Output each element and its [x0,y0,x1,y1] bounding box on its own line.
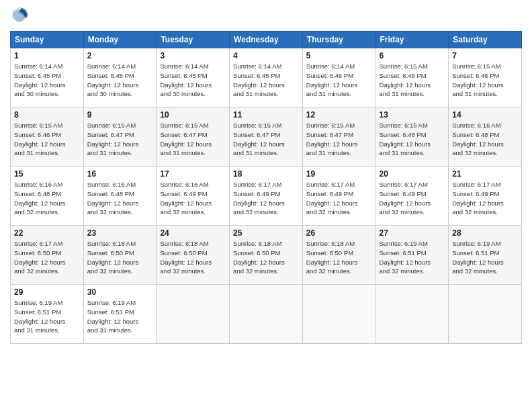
calendar-week-2: 8Sunrise: 6:15 AM Sunset: 6:46 PM Daylig… [11,107,522,167]
day-number: 8 [14,110,80,120]
calendar-cell: 20Sunrise: 6:17 AM Sunset: 6:49 PM Dayli… [375,167,449,226]
day-number: 13 [380,110,445,120]
calendar-week-3: 15Sunrise: 6:16 AM Sunset: 6:48 PM Dayli… [11,167,522,226]
day-info: Sunrise: 6:15 AM Sunset: 6:46 PM Dayligh… [380,62,445,99]
day-number: 20 [380,169,445,179]
calendar-cell: 8Sunrise: 6:15 AM Sunset: 6:46 PM Daylig… [11,107,84,167]
calendar-cell: 30Sunrise: 6:19 AM Sunset: 6:51 PM Dayli… [83,285,157,344]
calendar-cell [230,285,303,344]
day-info: Sunrise: 6:15 AM Sunset: 6:47 PM Dayligh… [160,121,226,158]
calendar-header-friday: Friday [375,32,449,48]
calendar-cell: 14Sunrise: 6:16 AM Sunset: 6:48 PM Dayli… [449,107,522,167]
calendar-header-sunday: Sunday [11,32,84,48]
day-info: Sunrise: 6:16 AM Sunset: 6:48 PM Dayligh… [452,121,518,158]
day-info: Sunrise: 6:16 AM Sunset: 6:48 PM Dayligh… [380,121,445,158]
day-number: 1 [14,51,80,60]
calendar-table: SundayMondayTuesdayWednesdayThursdayFrid… [10,31,522,344]
day-number: 23 [87,228,153,238]
calendar-cell: 5Sunrise: 6:14 AM Sunset: 6:46 PM Daylig… [302,48,375,107]
day-number: 9 [87,110,153,120]
calendar-cell: 19Sunrise: 6:17 AM Sunset: 6:49 PM Dayli… [302,167,375,226]
calendar-cell: 23Sunrise: 6:18 AM Sunset: 6:50 PM Dayli… [83,226,157,285]
day-info: Sunrise: 6:14 AM Sunset: 6:45 PM Dayligh… [87,62,153,99]
day-info: Sunrise: 6:15 AM Sunset: 6:47 PM Dayligh… [306,121,372,158]
calendar-cell: 10Sunrise: 6:15 AM Sunset: 6:47 PM Dayli… [157,107,230,167]
day-number: 29 [14,287,80,297]
day-number: 25 [233,228,299,238]
day-info: Sunrise: 6:17 AM Sunset: 6:49 PM Dayligh… [452,180,518,217]
calendar-header-row: SundayMondayTuesdayWednesdayThursdayFrid… [11,32,522,48]
calendar-cell: 7Sunrise: 6:15 AM Sunset: 6:46 PM Daylig… [449,48,522,107]
day-number: 2 [87,51,153,60]
day-number: 18 [233,169,299,179]
calendar-cell: 4Sunrise: 6:14 AM Sunset: 6:45 PM Daylig… [230,48,303,107]
calendar-week-1: 1Sunrise: 6:14 AM Sunset: 6:45 PM Daylig… [11,48,522,107]
day-number: 16 [87,169,153,179]
calendar-cell: 29Sunrise: 6:19 AM Sunset: 6:51 PM Dayli… [11,285,84,344]
calendar-cell: 6Sunrise: 6:15 AM Sunset: 6:46 PM Daylig… [375,48,449,107]
day-info: Sunrise: 6:16 AM Sunset: 6:48 PM Dayligh… [14,180,80,217]
day-info: Sunrise: 6:17 AM Sunset: 6:49 PM Dayligh… [380,180,445,217]
day-number: 3 [160,51,226,60]
day-info: Sunrise: 6:17 AM Sunset: 6:49 PM Dayligh… [306,180,372,217]
day-info: Sunrise: 6:14 AM Sunset: 6:45 PM Dayligh… [233,62,299,99]
calendar-cell: 26Sunrise: 6:18 AM Sunset: 6:50 PM Dayli… [302,226,375,285]
day-number: 22 [14,228,80,238]
day-info: Sunrise: 6:15 AM Sunset: 6:46 PM Dayligh… [14,121,80,158]
calendar-cell: 9Sunrise: 6:15 AM Sunset: 6:47 PM Daylig… [83,107,157,167]
calendar-week-4: 22Sunrise: 6:17 AM Sunset: 6:50 PM Dayli… [11,226,522,285]
day-info: Sunrise: 6:16 AM Sunset: 6:49 PM Dayligh… [160,180,226,217]
day-number: 10 [160,110,226,120]
day-number: 7 [452,51,518,60]
calendar-cell: 16Sunrise: 6:16 AM Sunset: 6:48 PM Dayli… [83,167,157,226]
day-number: 5 [306,51,372,60]
day-info: Sunrise: 6:14 AM Sunset: 6:46 PM Dayligh… [306,62,372,99]
day-number: 19 [306,169,372,179]
calendar-cell: 15Sunrise: 6:16 AM Sunset: 6:48 PM Dayli… [11,167,84,226]
day-number: 14 [452,110,518,120]
calendar-cell [302,285,375,344]
day-number: 12 [306,110,372,120]
header [10,7,522,26]
day-info: Sunrise: 6:15 AM Sunset: 6:47 PM Dayligh… [233,121,299,158]
day-number: 21 [452,169,518,179]
calendar-cell: 24Sunrise: 6:18 AM Sunset: 6:50 PM Dayli… [157,226,230,285]
calendar-cell [375,285,449,344]
day-info: Sunrise: 6:19 AM Sunset: 6:51 PM Dayligh… [14,298,80,335]
day-number: 24 [160,228,226,238]
day-info: Sunrise: 6:18 AM Sunset: 6:50 PM Dayligh… [160,239,226,276]
day-info: Sunrise: 6:15 AM Sunset: 6:47 PM Dayligh… [87,121,153,158]
calendar-cell: 2Sunrise: 6:14 AM Sunset: 6:45 PM Daylig… [83,48,157,107]
calendar-cell: 13Sunrise: 6:16 AM Sunset: 6:48 PM Dayli… [375,107,449,167]
calendar-cell [449,285,522,344]
calendar-cell: 3Sunrise: 6:14 AM Sunset: 6:45 PM Daylig… [157,48,230,107]
calendar-cell: 11Sunrise: 6:15 AM Sunset: 6:47 PM Dayli… [230,107,303,167]
calendar-cell: 22Sunrise: 6:17 AM Sunset: 6:50 PM Dayli… [11,226,84,285]
day-number: 28 [452,228,518,238]
calendar-cell: 27Sunrise: 6:19 AM Sunset: 6:51 PM Dayli… [375,226,449,285]
day-number: 17 [160,169,226,179]
calendar-cell: 28Sunrise: 6:19 AM Sunset: 6:51 PM Dayli… [449,226,522,285]
calendar-cell: 18Sunrise: 6:17 AM Sunset: 6:49 PM Dayli… [230,167,303,226]
calendar-header-monday: Monday [83,32,157,48]
day-number: 30 [87,287,153,297]
calendar-cell: 25Sunrise: 6:18 AM Sunset: 6:50 PM Dayli… [230,226,303,285]
day-number: 15 [14,169,80,179]
logo [10,7,31,26]
calendar-cell: 1Sunrise: 6:14 AM Sunset: 6:45 PM Daylig… [11,48,84,107]
page: SundayMondayTuesdayWednesdayThursdayFrid… [0,0,532,411]
day-info: Sunrise: 6:19 AM Sunset: 6:51 PM Dayligh… [87,298,153,335]
general-blue-logo-icon [10,5,29,24]
calendar-cell: 12Sunrise: 6:15 AM Sunset: 6:47 PM Dayli… [302,107,375,167]
day-info: Sunrise: 6:15 AM Sunset: 6:46 PM Dayligh… [452,62,518,99]
calendar-week-5: 29Sunrise: 6:19 AM Sunset: 6:51 PM Dayli… [11,285,522,344]
calendar-header-wednesday: Wednesday [230,32,303,48]
day-number: 11 [233,110,299,120]
day-info: Sunrise: 6:17 AM Sunset: 6:49 PM Dayligh… [233,180,299,217]
calendar-cell: 21Sunrise: 6:17 AM Sunset: 6:49 PM Dayli… [449,167,522,226]
day-info: Sunrise: 6:14 AM Sunset: 6:45 PM Dayligh… [14,62,80,99]
day-info: Sunrise: 6:16 AM Sunset: 6:48 PM Dayligh… [87,180,153,217]
calendar-cell [157,285,230,344]
day-info: Sunrise: 6:14 AM Sunset: 6:45 PM Dayligh… [160,62,226,99]
day-info: Sunrise: 6:19 AM Sunset: 6:51 PM Dayligh… [380,239,445,276]
